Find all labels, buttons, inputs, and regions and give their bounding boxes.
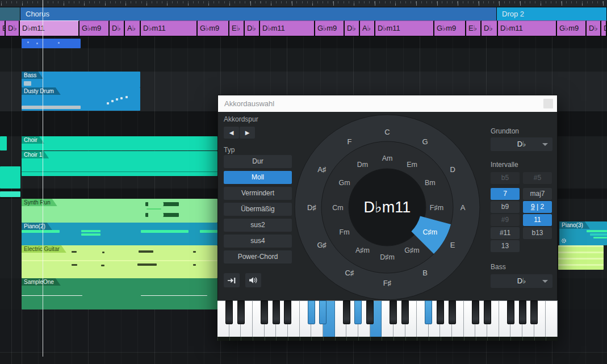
chord-block[interactable]: D♭ — [6, 20, 20, 36]
clip-electric-guitar[interactable]: Electric Guitar — [22, 245, 217, 278]
wheel-minor-Fm[interactable]: Fm — [340, 228, 350, 236]
arranger-section-stub[interactable] — [0, 7, 20, 20]
chord-block[interactable]: E♭ — [0, 20, 6, 36]
wheel-minor-A♯m[interactable]: A♯m — [355, 246, 370, 254]
chord-block[interactable]: G♭m9 — [557, 20, 587, 36]
black-key[interactable] — [225, 300, 233, 324]
black-key[interactable] — [437, 300, 444, 324]
dialog-titlebar[interactable]: Akkordauswahl — [218, 95, 557, 112]
wheel-major-G♯[interactable]: G♯ — [317, 241, 327, 249]
black-key[interactable] — [449, 300, 456, 324]
chord-block[interactable]: D♭ — [110, 20, 125, 36]
wheel-minor-Am[interactable]: Am — [382, 154, 393, 162]
close-button[interactable] — [543, 99, 553, 108]
chord-block[interactable]: D♭ — [587, 20, 601, 36]
black-key[interactable] — [237, 300, 245, 324]
chord-block[interactable]: E♭ — [229, 20, 245, 36]
chord-block[interactable]: D♭ — [601, 20, 607, 36]
chord-block[interactable]: A♭ — [125, 20, 141, 36]
root-select[interactable]: D♭ — [491, 137, 552, 151]
white-key[interactable] — [546, 300, 558, 337]
black-key[interactable] — [425, 300, 432, 324]
black-key[interactable] — [261, 300, 268, 324]
black-key[interactable] — [401, 300, 409, 324]
prev-chord-button[interactable]: ◀ — [224, 127, 239, 139]
wheel-major-F[interactable]: F — [348, 137, 352, 146]
black-key[interactable] — [319, 300, 326, 324]
chord-block[interactable]: G♭m9 — [198, 20, 229, 36]
black-key[interactable] — [390, 300, 397, 324]
wheel-minor-Bm[interactable]: Bm — [425, 179, 436, 187]
wheel-minor-G♯m[interactable]: G♯m — [404, 246, 419, 254]
clip-electric-guitar-right[interactable] — [558, 245, 604, 270]
wheel-major-B[interactable]: B — [422, 269, 428, 277]
wheel-major-A[interactable]: A — [461, 203, 466, 212]
black-key[interactable] — [507, 300, 514, 324]
chord-block[interactable]: D♭m11 — [20, 20, 79, 36]
black-key[interactable] — [273, 300, 280, 324]
wheel-major-E[interactable]: E — [450, 241, 455, 249]
wheel-major-C[interactable]: C — [384, 128, 390, 136]
interval-9|2[interactable]: 9 | 2 — [523, 201, 552, 213]
interval-#11[interactable]: #11 — [491, 227, 520, 239]
chord-type-moll[interactable]: Moll — [224, 171, 292, 184]
wheel-minor-C♯m[interactable]: C♯m — [422, 228, 437, 236]
chord-block[interactable]: D♭ — [245, 20, 260, 36]
clip-blue-pattern[interactable] — [22, 39, 81, 48]
wheel-minor-F♯m[interactable]: F♯m — [430, 204, 443, 212]
interval-b9[interactable]: b9 — [491, 201, 520, 213]
clip-choir1[interactable]: Choir 1 — [22, 151, 217, 176]
arranger-section[interactable]: Drop 2 — [497, 7, 607, 20]
chord-block[interactable]: G♭m9 — [315, 20, 345, 36]
clip-choir[interactable]: Choir — [22, 136, 217, 150]
wheel-minor-Dm[interactable]: Dm — [357, 161, 368, 169]
black-key[interactable] — [484, 300, 491, 324]
gear-icon[interactable] — [561, 238, 567, 244]
black-key[interactable] — [519, 300, 526, 324]
wheel-minor-D♯m[interactable]: D♯m — [380, 253, 395, 261]
timeline-ruler[interactable] — [0, 0, 607, 7]
chord-block[interactable]: A♭ — [360, 20, 375, 36]
insert-chord-button[interactable] — [224, 273, 240, 287]
wheel-major-F♯[interactable]: F♯ — [383, 279, 391, 287]
wheel-minor-Em[interactable]: Em — [407, 161, 417, 169]
chord-block[interactable]: D♭ — [482, 20, 498, 36]
black-key[interactable] — [308, 300, 315, 324]
clip-choir-stub[interactable] — [0, 136, 7, 150]
wheel-major-A♯[interactable]: A♯ — [317, 165, 326, 174]
circle-of-fifths-wheel[interactable]: CGDAEBF♯C♯G♯D♯A♯FAmEmBmF♯mC♯mG♯mD♯mA♯mFm… — [291, 111, 484, 304]
wheel-major-G[interactable]: G — [422, 137, 428, 146]
arranger-section[interactable]: Chorus — [20, 7, 497, 20]
black-key[interactable] — [530, 300, 538, 324]
interval-b13[interactable]: b13 — [523, 227, 552, 239]
next-chord-button[interactable]: ▶ — [240, 127, 255, 139]
black-key[interactable] — [366, 300, 374, 324]
clip-sampleone[interactable]: SampleOne — [22, 278, 217, 309]
chord-type-power-chord[interactable]: Power-Chord — [224, 250, 292, 263]
chord-block[interactable]: D♭m11 — [498, 20, 557, 36]
interval-13[interactable]: 13 — [491, 240, 520, 252]
chord-block[interactable]: D♭m11 — [260, 20, 315, 36]
chord-type-sus2[interactable]: sus2 — [224, 219, 292, 232]
chord-block[interactable]: D♭m11 — [141, 20, 198, 36]
chord-block[interactable]: G♭m9 — [434, 20, 466, 36]
interval-7[interactable]: 7 — [491, 188, 520, 200]
chord-block[interactable]: D♭m11 — [375, 20, 434, 36]
chord-type-vermindert[interactable]: Vermindert — [224, 187, 292, 200]
chord-type-übermäßig[interactable]: Übermäßig — [224, 203, 292, 216]
clip-dusty-drum[interactable]: Dusty Drum — [22, 87, 140, 111]
black-key[interactable] — [284, 300, 291, 324]
clip-piano2[interactable]: Piano(2) — [22, 223, 217, 245]
wheel-minor-Cm[interactable]: Cm — [332, 204, 343, 212]
chord-block[interactable]: G♭m9 — [79, 20, 110, 36]
chord-block[interactable]: E♭ — [466, 20, 482, 36]
clip-synth-run[interactable]: Synth Run — [22, 199, 217, 223]
clip-choir-stub2[interactable] — [0, 191, 20, 197]
clip-bass[interactable]: Bass — [22, 72, 140, 87]
wheel-major-D♯[interactable]: D♯ — [307, 203, 316, 212]
black-key[interactable] — [343, 300, 350, 324]
clip-piano3[interactable]: Piano(3) — [559, 221, 607, 245]
wheel-minor-Gm[interactable]: Gm — [339, 179, 350, 187]
black-key[interactable] — [354, 300, 362, 324]
black-key[interactable] — [472, 300, 479, 324]
